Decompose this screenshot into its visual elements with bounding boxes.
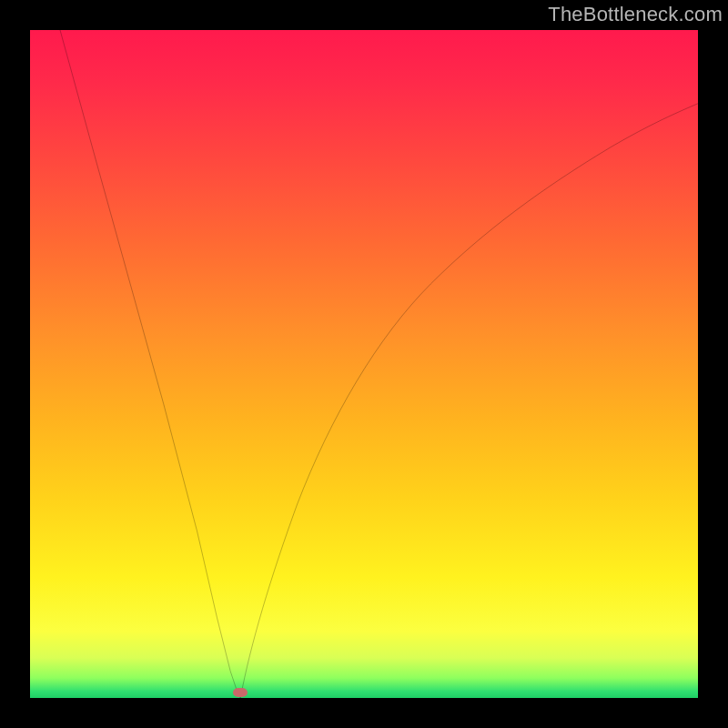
watermark-text: TheBottleneck.com xyxy=(548,3,723,26)
min-marker xyxy=(233,688,248,697)
chart-frame: TheBottleneck.com xyxy=(0,0,728,728)
bottleneck-curve xyxy=(30,30,698,698)
plot-area xyxy=(30,30,698,698)
